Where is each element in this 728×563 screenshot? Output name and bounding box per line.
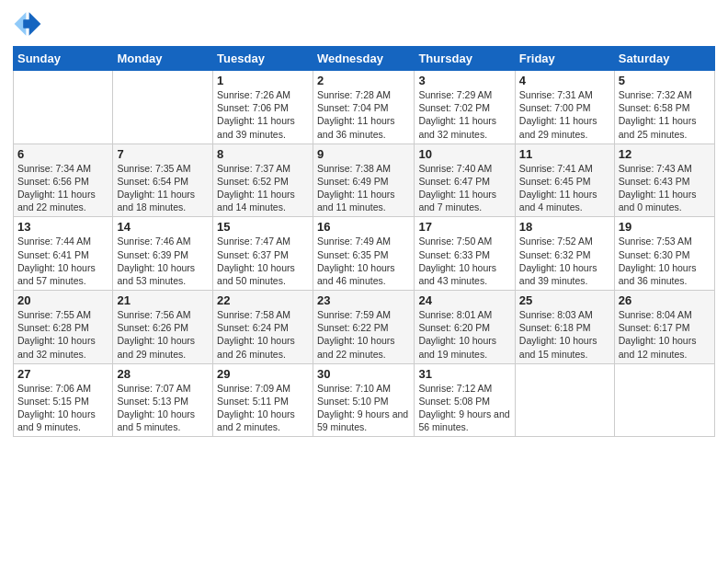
day-detail: Sunrise: 7:10 AMSunset: 5:10 PMDaylight:… xyxy=(317,382,410,434)
calendar-cell: 10Sunrise: 7:40 AMSunset: 6:47 PMDayligh… xyxy=(415,144,515,217)
calendar-cell: 1Sunrise: 7:26 AMSunset: 7:06 PMDaylight… xyxy=(213,71,313,144)
day-header: Friday xyxy=(515,47,614,71)
day-number: 6 xyxy=(17,147,108,161)
calendar-cell: 21Sunrise: 7:56 AMSunset: 6:26 PMDayligh… xyxy=(113,291,213,364)
calendar-table: SundayMondayTuesdayWednesdayThursdayFrid… xyxy=(13,46,715,437)
calendar-cell: 26Sunrise: 8:04 AMSunset: 6:17 PMDayligh… xyxy=(614,291,714,364)
header xyxy=(13,9,715,39)
day-detail: Sunrise: 7:26 AMSunset: 7:06 PMDaylight:… xyxy=(217,88,309,141)
day-detail: Sunrise: 7:46 AMSunset: 6:39 PMDaylight:… xyxy=(117,235,209,287)
day-header: Monday xyxy=(113,47,213,71)
day-detail: Sunrise: 7:56 AMSunset: 6:26 PMDaylight:… xyxy=(117,308,209,361)
day-number: 1 xyxy=(217,74,309,87)
day-header: Wednesday xyxy=(313,47,414,71)
logo-icon xyxy=(13,9,42,39)
calendar-cell xyxy=(515,363,614,437)
calendar-cell: 8Sunrise: 7:37 AMSunset: 6:52 PMDaylight… xyxy=(213,144,313,217)
day-number: 13 xyxy=(17,220,108,234)
day-detail: Sunrise: 7:28 AMSunset: 7:04 PMDaylight:… xyxy=(317,88,410,141)
day-number: 3 xyxy=(418,74,510,87)
day-number: 29 xyxy=(217,367,309,381)
day-detail: Sunrise: 7:09 AMSunset: 5:11 PMDaylight:… xyxy=(217,382,309,434)
calendar-week-row: 27Sunrise: 7:06 AMSunset: 5:15 PMDayligh… xyxy=(14,363,715,437)
day-header: Sunday xyxy=(14,47,113,71)
day-detail: Sunrise: 7:55 AMSunset: 6:28 PMDaylight:… xyxy=(17,308,108,361)
day-number: 9 xyxy=(317,147,410,161)
day-number: 23 xyxy=(317,293,410,307)
day-detail: Sunrise: 7:53 AMSunset: 6:30 PMDaylight:… xyxy=(619,235,711,287)
calendar-cell xyxy=(14,71,113,144)
day-detail: Sunrise: 8:01 AMSunset: 6:20 PMDaylight:… xyxy=(418,308,510,361)
day-detail: Sunrise: 7:37 AMSunset: 6:52 PMDaylight:… xyxy=(217,162,309,214)
day-detail: Sunrise: 7:52 AMSunset: 6:32 PMDaylight:… xyxy=(519,235,610,287)
day-number: 25 xyxy=(519,293,610,307)
calendar-cell: 7Sunrise: 7:35 AMSunset: 6:54 PMDaylight… xyxy=(113,144,213,217)
calendar-cell: 28Sunrise: 7:07 AMSunset: 5:13 PMDayligh… xyxy=(113,363,213,437)
day-number: 17 xyxy=(418,220,510,234)
calendar-cell: 14Sunrise: 7:46 AMSunset: 6:39 PMDayligh… xyxy=(113,217,213,291)
day-detail: Sunrise: 7:40 AMSunset: 6:47 PMDaylight:… xyxy=(418,162,510,214)
calendar-cell: 22Sunrise: 7:58 AMSunset: 6:24 PMDayligh… xyxy=(213,291,313,364)
calendar-header-row: SundayMondayTuesdayWednesdayThursdayFrid… xyxy=(14,47,715,71)
day-number: 27 xyxy=(17,367,108,381)
day-number: 21 xyxy=(117,293,209,307)
svg-rect-2 xyxy=(23,19,32,29)
day-detail: Sunrise: 7:43 AMSunset: 6:43 PMDaylight:… xyxy=(619,162,711,214)
calendar-week-row: 13Sunrise: 7:44 AMSunset: 6:41 PMDayligh… xyxy=(14,217,715,291)
calendar-week-row: 6Sunrise: 7:34 AMSunset: 6:56 PMDaylight… xyxy=(14,144,715,217)
calendar-cell: 6Sunrise: 7:34 AMSunset: 6:56 PMDaylight… xyxy=(14,144,113,217)
day-detail: Sunrise: 7:31 AMSunset: 7:00 PMDaylight:… xyxy=(519,88,610,141)
day-detail: Sunrise: 7:29 AMSunset: 7:02 PMDaylight:… xyxy=(418,88,510,141)
day-detail: Sunrise: 7:59 AMSunset: 6:22 PMDaylight:… xyxy=(317,308,410,361)
day-number: 16 xyxy=(317,220,410,234)
calendar-cell: 25Sunrise: 8:03 AMSunset: 6:18 PMDayligh… xyxy=(515,291,614,364)
day-detail: Sunrise: 8:03 AMSunset: 6:18 PMDaylight:… xyxy=(519,308,610,361)
calendar-cell: 30Sunrise: 7:10 AMSunset: 5:10 PMDayligh… xyxy=(313,363,414,437)
day-number: 10 xyxy=(418,147,510,161)
day-detail: Sunrise: 7:34 AMSunset: 6:56 PMDaylight:… xyxy=(17,162,108,214)
day-number: 26 xyxy=(619,293,711,307)
calendar-cell: 31Sunrise: 7:12 AMSunset: 5:08 PMDayligh… xyxy=(415,363,515,437)
logo xyxy=(13,9,44,39)
day-detail: Sunrise: 7:50 AMSunset: 6:33 PMDaylight:… xyxy=(418,235,510,287)
calendar-cell: 3Sunrise: 7:29 AMSunset: 7:02 PMDaylight… xyxy=(415,71,515,144)
day-number: 14 xyxy=(117,220,209,234)
day-number: 11 xyxy=(519,147,610,161)
day-number: 15 xyxy=(217,220,309,234)
day-detail: Sunrise: 7:38 AMSunset: 6:49 PMDaylight:… xyxy=(317,162,410,214)
calendar-week-row: 20Sunrise: 7:55 AMSunset: 6:28 PMDayligh… xyxy=(14,291,715,364)
day-header: Tuesday xyxy=(213,47,313,71)
day-header: Thursday xyxy=(415,47,515,71)
calendar-cell: 13Sunrise: 7:44 AMSunset: 6:41 PMDayligh… xyxy=(14,217,113,291)
day-number: 20 xyxy=(17,293,108,307)
calendar-cell xyxy=(113,71,213,144)
calendar-cell: 23Sunrise: 7:59 AMSunset: 6:22 PMDayligh… xyxy=(313,291,414,364)
day-detail: Sunrise: 8:04 AMSunset: 6:17 PMDaylight:… xyxy=(619,308,711,361)
day-number: 22 xyxy=(217,293,309,307)
day-detail: Sunrise: 7:06 AMSunset: 5:15 PMDaylight:… xyxy=(17,382,108,434)
day-detail: Sunrise: 7:44 AMSunset: 6:41 PMDaylight:… xyxy=(17,235,108,287)
day-number: 8 xyxy=(217,147,309,161)
calendar-cell: 18Sunrise: 7:52 AMSunset: 6:32 PMDayligh… xyxy=(515,217,614,291)
calendar-cell: 19Sunrise: 7:53 AMSunset: 6:30 PMDayligh… xyxy=(614,217,714,291)
day-number: 2 xyxy=(317,74,410,87)
calendar-cell: 17Sunrise: 7:50 AMSunset: 6:33 PMDayligh… xyxy=(415,217,515,291)
day-number: 18 xyxy=(519,220,610,234)
calendar-cell: 9Sunrise: 7:38 AMSunset: 6:49 PMDaylight… xyxy=(313,144,414,217)
calendar-cell: 24Sunrise: 8:01 AMSunset: 6:20 PMDayligh… xyxy=(415,291,515,364)
day-detail: Sunrise: 7:41 AMSunset: 6:45 PMDaylight:… xyxy=(519,162,610,214)
day-number: 7 xyxy=(117,147,209,161)
day-detail: Sunrise: 7:47 AMSunset: 6:37 PMDaylight:… xyxy=(217,235,309,287)
day-detail: Sunrise: 7:58 AMSunset: 6:24 PMDaylight:… xyxy=(217,308,309,361)
calendar-cell: 15Sunrise: 7:47 AMSunset: 6:37 PMDayligh… xyxy=(213,217,313,291)
day-detail: Sunrise: 7:07 AMSunset: 5:13 PMDaylight:… xyxy=(117,382,209,434)
day-header: Saturday xyxy=(614,47,714,71)
calendar-cell: 20Sunrise: 7:55 AMSunset: 6:28 PMDayligh… xyxy=(14,291,113,364)
calendar-cell: 4Sunrise: 7:31 AMSunset: 7:00 PMDaylight… xyxy=(515,71,614,144)
day-number: 24 xyxy=(418,293,510,307)
day-number: 28 xyxy=(117,367,209,381)
calendar-cell: 29Sunrise: 7:09 AMSunset: 5:11 PMDayligh… xyxy=(213,363,313,437)
day-number: 19 xyxy=(619,220,711,234)
day-detail: Sunrise: 7:32 AMSunset: 6:58 PMDaylight:… xyxy=(619,88,711,141)
calendar-cell: 11Sunrise: 7:41 AMSunset: 6:45 PMDayligh… xyxy=(515,144,614,217)
